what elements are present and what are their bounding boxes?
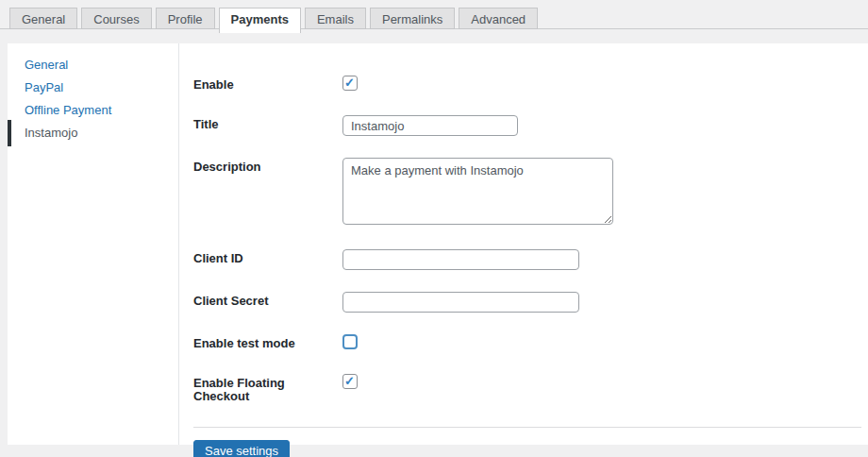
- tab-advanced[interactable]: Advanced: [459, 8, 538, 29]
- enable-label: Enable: [193, 76, 342, 92]
- sidebar-item-offline-payment[interactable]: Offline Payment: [8, 99, 178, 122]
- sidebar-item-label: Instamojo: [25, 126, 77, 140]
- tab-courses[interactable]: Courses: [81, 8, 151, 29]
- client-id-row: Client ID: [193, 249, 861, 270]
- client-secret-row: Client Secret: [193, 292, 861, 313]
- enable-row: Enable: [193, 76, 861, 93]
- enable-checkbox[interactable]: [342, 76, 358, 91]
- payments-settings-panel: General PayPal Offline Payment Instamojo…: [8, 43, 868, 445]
- floating-checkout-label: Enable Floating Checkout: [193, 374, 342, 403]
- tab-payments[interactable]: Payments: [219, 8, 301, 33]
- form-divider: [193, 427, 861, 428]
- test-mode-checkbox[interactable]: [342, 334, 358, 349]
- client-id-label: Client ID: [193, 249, 342, 265]
- tab-general[interactable]: General: [9, 8, 77, 29]
- client-secret-label: Client Secret: [193, 292, 342, 308]
- instamojo-settings-form: Enable Title Description Make a payment …: [179, 43, 868, 445]
- description-textarea[interactable]: Make a payment with Instamojo: [342, 158, 613, 225]
- floating-checkout-checkbox[interactable]: [342, 374, 358, 389]
- description-row: Description Make a payment with Instamoj…: [193, 158, 861, 228]
- save-settings-button[interactable]: Save settings: [193, 440, 290, 457]
- tab-permalinks[interactable]: Permalinks: [370, 8, 455, 29]
- settings-tabbar: General Courses Profile Payments Emails …: [9, 8, 542, 33]
- sidebar-item-general[interactable]: General: [8, 54, 178, 76]
- test-mode-row: Enable test mode: [193, 334, 861, 352]
- sidebar-item-instamojo[interactable]: Instamojo: [8, 122, 178, 144]
- client-id-input[interactable]: [342, 249, 579, 270]
- title-label: Title: [193, 115, 342, 131]
- payments-sidebar: General PayPal Offline Payment Instamojo: [8, 43, 179, 445]
- description-label: Description: [193, 158, 342, 174]
- client-secret-input[interactable]: [342, 292, 579, 313]
- test-mode-label: Enable test mode: [193, 334, 342, 350]
- title-input[interactable]: [342, 115, 518, 136]
- tab-profile[interactable]: Profile: [156, 8, 215, 29]
- sidebar-item-paypal[interactable]: PayPal: [8, 76, 178, 99]
- title-row: Title: [193, 115, 861, 136]
- tab-emails[interactable]: Emails: [305, 8, 366, 29]
- floating-checkout-row: Enable Floating Checkout: [193, 374, 861, 403]
- active-item-marker: [8, 120, 11, 146]
